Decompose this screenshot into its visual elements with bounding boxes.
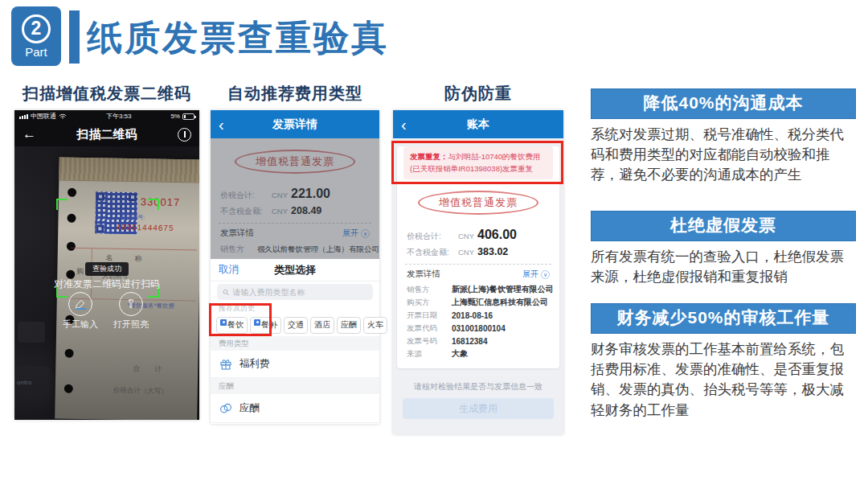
total-label: 价税合计: [407,231,458,242]
detail-row: 发票号码 16812384 [397,335,559,347]
invoice-capital-line: 价税合计（大写） [113,386,168,397]
dashed-divider [405,264,551,265]
chevron-down-icon: ∨ [361,229,370,238]
net-amount: 208.49 [291,205,321,216]
phone-invoice-detail-screenshot: ‹ 发票详情 增值税普通发票 价税合计: CNY 221.00 不含税金额: C… [211,110,379,424]
battery-percent: 5% [170,113,180,120]
nav-bar: ‹ 账本 [393,110,563,138]
binder-hole [64,384,73,393]
total-amount: 221.00 [291,187,330,201]
invoice-summary-dimmed: 增值税普通发票 价税合计: CNY 221.00 不含税金额: CNY 208.… [211,138,379,259]
welfare-label: 福利费 [240,357,270,371]
detail-row: 来源 大象 [397,347,559,360]
keyboard-key [18,322,45,343]
invoice-stamp: 增值税普通发票 [235,150,355,174]
search-icon [223,289,229,296]
scan-hint: 对准发票二维码进行扫码 [14,277,199,291]
cancel-button[interactable]: 取消 [219,263,239,277]
benefit-communication: 降低40%的沟通成本 系统对发票过期、税号准确性、税分类代码和费用类型的对应都能… [591,88,856,186]
flash-info-icon[interactable] [178,128,191,142]
expand-link[interactable]: 展开 ∨ [522,269,550,280]
phone-ledger-screenshot: ‹ 账本 发票重复：与刘明喆-10740的餐饮费用(已关联报销单IR013980… [393,110,563,434]
expense-type-chips: 餐饮 餐补 交通 酒店 应酬 火车 [211,314,379,336]
signal-icon [19,114,28,119]
net-amount: 383.02 [477,246,508,257]
dashed-divider [219,223,371,224]
net-label: 不含税金额: [407,247,458,258]
expand-label: 展开 [342,228,358,239]
status-time: 下午3:53 [106,112,132,121]
torch-label: 打开照亮 [107,318,155,331]
welfare-item[interactable]: 福利费 [211,351,379,378]
search-input[interactable] [232,288,367,297]
currency-code: CNY [272,191,288,199]
currency-code: CNY [458,232,474,240]
social-item[interactable]: 应酬 [211,394,379,423]
section-expense-type: 费用类型 [211,336,379,351]
part-badge: 2 Part [11,6,61,66]
chip-canyin[interactable]: 餐饮 [216,317,248,334]
duplicate-warning-label: 发票重复： [410,152,448,161]
chip-huoche[interactable]: 火车 [363,317,387,334]
column-heading-scan: 扫描增值税发票二维码 [14,83,199,105]
benefit-no-fake-invoice: 杜绝虚假发票 所有发票有统一的查验入口，杜绝假发票来源，杜绝虚假报销和重复报销 [591,211,856,287]
currency-code: CNY [272,207,288,216]
detail-row: 发票代码 031001800104 [397,322,559,335]
tag-icon [254,319,260,326]
back-chevron-icon[interactable]: ‹ [401,117,407,133]
torch-icon [125,298,137,310]
phone-scan-screenshot: 中国联通 下午3:53 5% ← 扫描二维码 ontro 330017 [14,110,199,420]
keyboard-key-text: ontro [17,379,31,386]
expand-label: 展开 [522,269,538,280]
column-heading-antifraud: 防伪防重 [393,83,563,105]
benefit-title: 财务减少50%的审核工作量 [591,303,856,334]
benefit-body: 财务审核发票的工作基本前置给系统，包括费用标准、发票的准确性、是否重复报销、发票… [591,339,856,421]
benefit-title: 降低40%的沟通成本 [591,88,856,119]
seller-value: 很久以前餐饮管理（上海）有限公司 [257,244,379,255]
page-title: 纸质发票查重验真 [87,14,389,62]
chevron-down-icon: ∨ [541,270,550,279]
total-amount: 406.00 [477,228,517,242]
wifi-icon [59,113,67,120]
chip-canbu[interactable]: 餐补 [250,317,281,334]
benefit-title: 杜绝虚假发票 [591,211,856,241]
chip-jiaotong[interactable]: 交通 [284,317,308,334]
benefit-body: 所有发票有统一的查验入口，杜绝假发票来源，杜绝虚假报销和重复报销 [591,247,856,287]
back-chevron-icon[interactable]: ‹ [219,117,224,133]
invoice-sum-line: 合 计 [133,364,162,375]
social-label: 应酬 [240,401,260,415]
chip-yingchou[interactable]: 应酬 [337,317,361,334]
nav-title: 扫描二维码 [14,127,199,142]
pencil-underline [76,308,86,310]
tag-icon [220,319,227,326]
detail-row: 销售方 新派(上海)餐饮管理有限公司 [397,283,559,296]
generate-expense-button[interactable]: 生成费用 [403,398,554,419]
currency-code: CNY [458,248,474,257]
detail-row: 开票日期 2018-08-16 [397,309,559,322]
nav-bar: ‹ 发票详情 [211,110,379,138]
expand-link[interactable]: 展开 ∨ [342,228,370,239]
detail-row: 购买方 上海甄汇信息科技有限公司 [397,296,559,309]
torch-button[interactable] [119,292,143,316]
benefit-audit-workload: 财务减少50%的审核工作量 财务审核发票的工作基本前置给系统，包括费用标准、发票… [591,303,856,421]
invoice-stamp: 增值税普通发票 [418,191,538,215]
manual-input-button[interactable] [68,292,92,316]
total-label: 价税合计: [220,190,272,201]
nav-bar: ← 扫描二维码 [14,122,199,146]
nav-title: 账本 [467,117,489,132]
search-box[interactable] [217,284,373,300]
title-accent-bar [69,10,80,64]
part-number: 2 [22,14,51,43]
section-social: 应酬 [211,378,379,394]
nav-title: 发票详情 [272,117,317,132]
battery-icon [182,113,194,120]
binder-hole [65,349,74,358]
details-section-label: 发票详情 [220,228,254,239]
column-heading-recommend: 自动推荐费用类型 [211,83,379,105]
manual-input-label: 手工输入 [56,318,104,331]
seller-label: 销售方 [220,244,257,255]
type-picker-bar: 取消 类型选择 [211,259,379,281]
chip-jiudian[interactable]: 酒店 [310,317,334,334]
verify-hint: 请核对检验结果是否与发票信息一致 [393,381,563,392]
carrier-label: 中国联通 [31,112,56,121]
